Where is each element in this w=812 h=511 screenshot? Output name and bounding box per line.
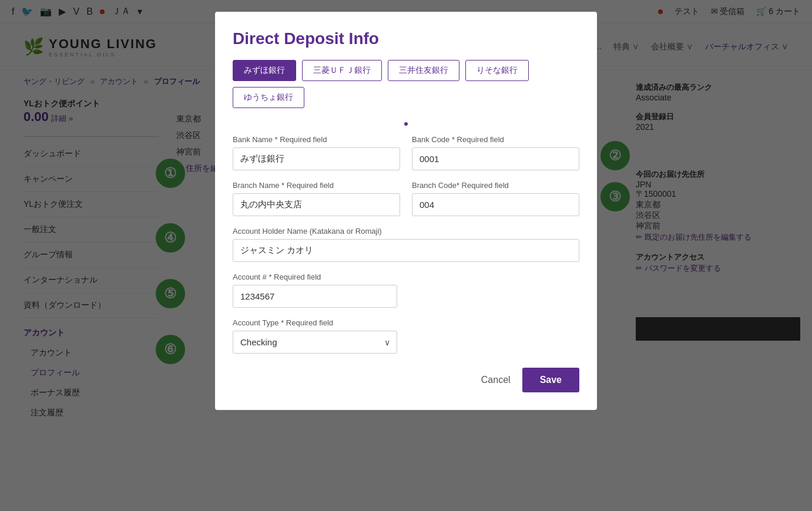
bank-code-input[interactable] bbox=[412, 147, 579, 170]
form-group-branch-name: Branch Name * Required field bbox=[233, 181, 400, 216]
bank-tab-mizuho[interactable]: みずほ銀行 bbox=[233, 60, 296, 81]
holder-input[interactable] bbox=[233, 239, 579, 262]
form-row-account-num: Account # * Required field bbox=[233, 273, 579, 308]
bank-tab-yucho[interactable]: ゆうちょ銀行 bbox=[233, 87, 304, 108]
bank-tab-smbc[interactable]: 三井住友銀行 bbox=[388, 60, 459, 81]
form-row-branch: Branch Name * Required field Branch Code… bbox=[233, 181, 579, 216]
form-row-bank: Bank Name * Required field Bank Code * R… bbox=[233, 135, 579, 170]
form-group-branch-code: Branch Code* Required field bbox=[412, 181, 579, 216]
account-num-input[interactable] bbox=[233, 285, 397, 308]
bank-code-label: Bank Code * Required field bbox=[412, 135, 579, 144]
form-group-holder: Account Holder Name (Katakana or Romaji) bbox=[233, 227, 579, 262]
form-group-bank-name: Bank Name * Required field bbox=[233, 135, 400, 170]
form-row-account-type: Account Type * Required field Checking S… bbox=[233, 318, 579, 354]
bank-name-label: Bank Name * Required field bbox=[233, 135, 400, 144]
account-type-label: Account Type * Required field bbox=[233, 318, 579, 327]
bank-name-input[interactable] bbox=[233, 147, 400, 170]
cancel-button[interactable]: Cancel bbox=[481, 375, 511, 385]
modal-title: Direct Deposit Info bbox=[233, 29, 579, 48]
form-group-account-num: Account # * Required field bbox=[233, 273, 579, 308]
modal-footer: Cancel Save bbox=[233, 368, 579, 392]
save-button[interactable]: Save bbox=[522, 368, 579, 392]
form-row-holder: Account Holder Name (Katakana or Romaji) bbox=[233, 227, 579, 262]
modal-overlay: Direct Deposit Info みずほ銀行 三菱ＵＦＪ銀行 三井住友銀行… bbox=[0, 0, 812, 511]
form-group-bank-code: Bank Code * Required field bbox=[412, 135, 579, 170]
bank-tab-resona[interactable]: りそな銀行 bbox=[465, 60, 529, 81]
direct-deposit-modal: Direct Deposit Info みずほ銀行 三菱ＵＦＪ銀行 三井住友銀行… bbox=[215, 12, 597, 410]
branch-code-label: Branch Code* Required field bbox=[412, 181, 579, 190]
bank-tabs: みずほ銀行 三菱ＵＦＪ銀行 三井住友銀行 りそな銀行 ゆうちょ銀行 bbox=[233, 60, 579, 108]
holder-label: Account Holder Name (Katakana or Romaji) bbox=[233, 227, 579, 236]
bank-tab-mufg[interactable]: 三菱ＵＦＪ銀行 bbox=[302, 60, 382, 81]
account-type-select-wrapper: Checking Savings ∨ bbox=[233, 331, 397, 354]
branch-name-input[interactable] bbox=[233, 193, 400, 216]
form-group-account-type: Account Type * Required field Checking S… bbox=[233, 318, 579, 354]
account-type-select[interactable]: Checking Savings bbox=[233, 331, 397, 354]
tab-indicator bbox=[404, 122, 408, 126]
branch-code-input[interactable] bbox=[412, 193, 579, 216]
branch-name-label: Branch Name * Required field bbox=[233, 181, 400, 190]
account-num-label: Account # * Required field bbox=[233, 273, 579, 281]
